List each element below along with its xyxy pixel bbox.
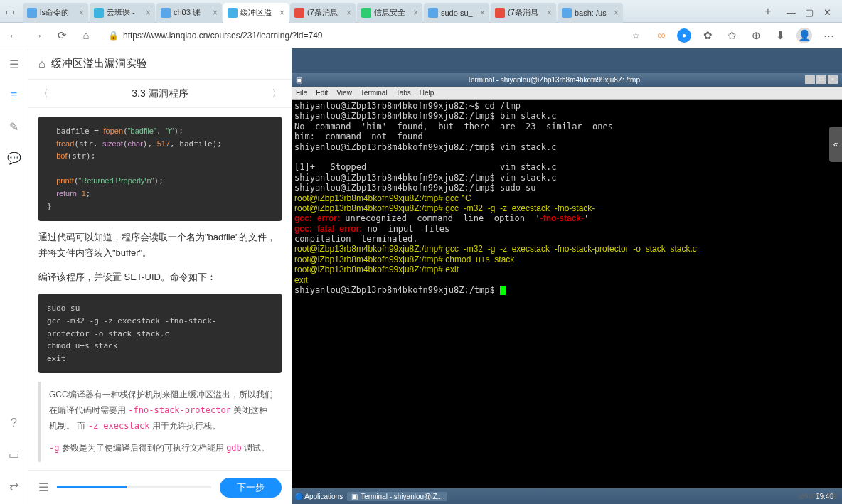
- window-titlebar: ▭ ls命令的×云班课 -×ch03 课×缓冲区溢×(7条消息×信息安全×sud…: [0, 0, 842, 23]
- term-close-button[interactable]: ×: [828, 75, 838, 84]
- favorites-icon[interactable]: ✩: [724, 28, 740, 43]
- ext-icon-2[interactable]: ●: [677, 28, 691, 43]
- favicon: [428, 8, 438, 18]
- tab-close-icon[interactable]: ×: [614, 8, 619, 18]
- apps-menu[interactable]: 🔵 Applications: [294, 493, 343, 500]
- forward-button[interactable]: →: [30, 28, 46, 43]
- term-menu-item[interactable]: Edit: [316, 89, 328, 97]
- lesson-home-icon[interactable]: ⌂: [38, 58, 46, 70]
- paragraph-1: 通过代码可以知道，程序会读取一个名为"badfile"的文件，并将文件内容装入"…: [38, 230, 282, 261]
- chat-icon[interactable]: 💬: [7, 151, 21, 165]
- lesson-body: badfile = fopen("badfile", "r"); fread(s…: [28, 108, 292, 470]
- back-button[interactable]: ←: [6, 28, 21, 43]
- favicon: [294, 8, 304, 18]
- tab-close-icon[interactable]: ×: [213, 8, 218, 18]
- tab-close-icon[interactable]: ×: [146, 8, 151, 18]
- terminal-menu: FileEditViewTerminalTabsHelp: [292, 87, 842, 100]
- lock-icon: 🔒: [108, 31, 119, 41]
- section-title: 3.3 漏洞程序: [132, 87, 188, 100]
- term-max-button[interactable]: □: [816, 75, 826, 84]
- lesson-panel: ⌂ 缓冲区溢出漏洞实验 〈 3.3 漏洞程序 〉 badfile = fopen…: [28, 48, 292, 504]
- help-icon[interactable]: ?: [7, 416, 21, 430]
- browser-tab[interactable]: 信息安全×: [357, 3, 422, 23]
- favicon: [228, 8, 238, 18]
- tab-label: 云班课 -: [107, 7, 143, 18]
- taskbar-terminal[interactable]: ▣ Terminal - shiyanlou@iZ...: [347, 492, 447, 501]
- prev-section-button[interactable]: 〈: [38, 87, 48, 100]
- url-text: https://www.lanqiao.cn/courses/231/learn…: [123, 31, 323, 41]
- favicon: [361, 8, 371, 18]
- favicon: [161, 8, 171, 18]
- term-min-button[interactable]: _: [805, 75, 815, 84]
- paragraph-2: 编译该程序，并设置 SET-UID。命令如下：: [38, 269, 282, 285]
- favicon: [27, 8, 37, 18]
- term-menu-item[interactable]: Help: [420, 89, 435, 97]
- favicon: [495, 8, 505, 18]
- lesson-sidebar-bottom: ? ▭ ⇄: [0, 407, 28, 504]
- reload-button[interactable]: ⟳: [54, 28, 70, 43]
- browser-tab[interactable]: (7条消息×: [290, 3, 356, 23]
- code-block-1: badfile = fopen("badfile", "r"); fread(s…: [38, 117, 282, 221]
- tab-close-icon[interactable]: ×: [279, 8, 284, 18]
- browser-tab[interactable]: sudo su_×: [424, 3, 489, 23]
- term-menu-item[interactable]: Terminal: [361, 89, 388, 97]
- terminal-window: ▣ Terminal - shiyanlou@iZbp13rb8m4bkofn9…: [292, 73, 842, 488]
- term-menu-item[interactable]: View: [336, 89, 352, 97]
- terminal-title: Terminal - shiyanlou@iZbp13rb8m4bkofn99x…: [302, 76, 805, 84]
- outline-icon[interactable]: ☰: [7, 57, 21, 71]
- next-section-button[interactable]: 〉: [272, 87, 282, 100]
- collapse-handle[interactable]: «: [829, 127, 842, 162]
- bookmark-icon[interactable]: ☆: [632, 31, 640, 41]
- tab-close-icon[interactable]: ×: [413, 8, 418, 18]
- tab-bar: ls命令的×云班课 -×ch03 课×缓冲区溢×(7条消息×信息安全×sudo …: [20, 0, 760, 23]
- favicon: [562, 8, 572, 18]
- toc-icon[interactable]: ☰: [38, 481, 48, 494]
- terminal-icon: ▣: [296, 76, 302, 84]
- tab-label: (7条消息: [508, 7, 544, 18]
- tab-label: 缓冲区溢: [240, 7, 277, 18]
- lesson-sidebar: ☰ ≡ ✎ 💬: [0, 48, 28, 165]
- edit-icon[interactable]: ✎: [7, 119, 21, 134]
- close-button[interactable]: ✕: [824, 7, 832, 16]
- downloads-icon[interactable]: ⬇: [772, 28, 788, 43]
- browser-tab[interactable]: bash: /us×: [558, 3, 623, 23]
- list-icon[interactable]: ≡: [7, 88, 21, 102]
- browser-tab[interactable]: ls命令的×: [23, 3, 88, 23]
- browser-tab[interactable]: (7条消息×: [491, 3, 556, 23]
- tab-label: ch03 课: [174, 7, 210, 18]
- vm-panel: ▣ Terminal - shiyanlou@iZbp13rb8m4bkofn9…: [292, 48, 842, 504]
- vm-desktop-top: [292, 48, 842, 73]
- tab-close-icon[interactable]: ×: [547, 8, 552, 18]
- ext-icon-3[interactable]: ✿: [700, 28, 715, 43]
- note-block: GCC编译器有一种栈保护机制来阻止缓冲区溢出，所以我们在编译代码时需要用 -fn…: [38, 382, 282, 461]
- tab-close-icon[interactable]: ×: [480, 8, 485, 18]
- tab-label: sudo su_: [441, 9, 477, 17]
- tab-close-icon[interactable]: ×: [346, 8, 351, 18]
- browser-tab[interactable]: 缓冲区溢×: [223, 3, 289, 23]
- term-menu-item[interactable]: Tabs: [396, 89, 411, 97]
- code-block-2: sudo su gcc -m32 -g -z execstack -fno-st…: [38, 294, 282, 373]
- save-icon[interactable]: ▭: [7, 447, 21, 461]
- maximize-button[interactable]: ▢: [805, 7, 814, 16]
- browser-tab[interactable]: 云班课 -×: [90, 3, 155, 23]
- collections-icon[interactable]: ⊕: [748, 28, 764, 43]
- new-tab-button[interactable]: +: [760, 5, 777, 18]
- tab-close-icon[interactable]: ×: [79, 8, 84, 18]
- url-bar[interactable]: 🔒 https://www.lanqiao.cn/courses/231/lea…: [102, 26, 646, 45]
- term-menu-item[interactable]: File: [296, 89, 307, 97]
- next-button[interactable]: 下一步: [220, 478, 282, 498]
- tab-label: 信息安全: [374, 7, 410, 18]
- ext-icon-1[interactable]: ∞: [654, 28, 668, 43]
- browser-tab[interactable]: ch03 课×: [156, 3, 222, 23]
- switch-icon[interactable]: ⇄: [7, 478, 21, 493]
- vm-taskbar: 🔵 Applications ▣ Terminal - shiyanlou@iZ…: [292, 488, 842, 504]
- tab-label: ls命令的: [40, 7, 76, 18]
- menu-button[interactable]: ⋯: [821, 28, 836, 43]
- tabs-icon[interactable]: ▭: [6, 6, 14, 17]
- terminal-body[interactable]: shiyanlou@iZbp13rb8m4bkofn99xju8Z:~$ cd …: [292, 100, 842, 488]
- profile-icon[interactable]: 👤: [796, 28, 812, 43]
- tab-label: (7条消息: [307, 7, 343, 18]
- home-button[interactable]: ⌂: [78, 28, 94, 43]
- progress-bar[interactable]: [57, 486, 211, 488]
- minimize-button[interactable]: —: [787, 7, 795, 16]
